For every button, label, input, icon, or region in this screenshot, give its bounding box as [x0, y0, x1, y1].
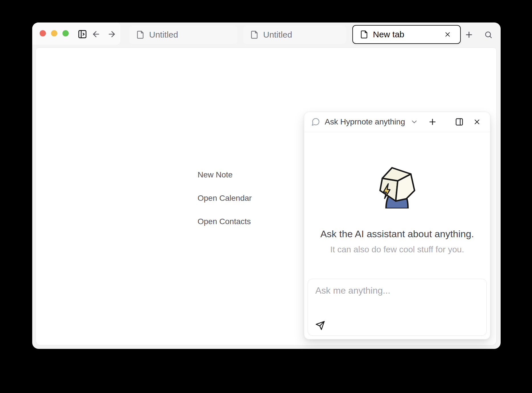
traffic-lights	[40, 30, 69, 36]
titlebar-controls-section	[32, 22, 120, 45]
file-icon	[136, 30, 145, 39]
close-icon	[444, 31, 451, 38]
zoom-window-button[interactable]	[62, 30, 69, 36]
tab-label: Untitled	[149, 30, 178, 40]
tab-untitled-2[interactable]: Untitled	[243, 26, 346, 44]
tab-label: New tab	[373, 30, 404, 39]
plus-icon	[464, 30, 474, 39]
panel-left-open-icon	[78, 29, 87, 39]
chat-bubble-icon	[311, 117, 320, 126]
file-icon	[360, 30, 368, 39]
assistant-empty-state: Ask the AI assistant about anything. It …	[304, 132, 490, 254]
app-window: Untitled Untitled New tab	[32, 22, 501, 349]
assistant-title-dropdown[interactable]: Ask Hyprnote anything	[311, 117, 418, 126]
assistant-header: Ask Hyprnote anything	[304, 112, 490, 132]
assistant-close-button[interactable]	[471, 116, 483, 128]
nav-back-button[interactable]	[90, 28, 102, 40]
arrow-right-icon	[107, 30, 116, 39]
hyprnote-mascot	[379, 166, 416, 208]
assistant-split-view-button[interactable]	[453, 116, 466, 128]
open-contacts-link[interactable]: Open Contacts	[198, 215, 252, 228]
chat-input[interactable]	[308, 279, 486, 319]
tab-label: Untitled	[263, 30, 292, 40]
close-window-button[interactable]	[40, 30, 46, 36]
nav-forward-button[interactable]	[106, 28, 117, 40]
tab-close-button[interactable]	[442, 29, 453, 40]
close-icon	[473, 118, 481, 126]
assistant-heading: Ask the AI assistant about anything.	[320, 228, 474, 240]
assistant-new-chat-button[interactable]	[426, 116, 439, 128]
tab-untitled-1[interactable]: Untitled	[129, 26, 237, 44]
send-icon	[315, 321, 325, 330]
open-calendar-link[interactable]: Open Calendar	[198, 192, 252, 204]
assistant-title: Ask Hyprnote anything	[325, 117, 405, 126]
new-tab-button[interactable]	[463, 29, 475, 40]
arrow-left-icon	[92, 30, 101, 39]
tab-new-tab-active[interactable]: New tab	[352, 25, 461, 44]
file-icon	[250, 30, 259, 39]
chevron-down-icon	[410, 118, 418, 126]
assistant-subheading: It can also do few cool stuff for you.	[330, 245, 464, 254]
plus-icon	[428, 117, 437, 126]
chat-input-box	[308, 279, 487, 336]
minimize-window-button[interactable]	[51, 30, 57, 36]
send-button[interactable]	[314, 319, 327, 332]
quick-links: New Note Open Calendar Open Contacts	[198, 169, 252, 228]
sidebar-toggle-button[interactable]	[77, 28, 88, 40]
panel-right-icon	[455, 118, 464, 126]
ai-assistant-panel: Ask Hyprnote anything	[304, 112, 490, 339]
titlebar: Untitled Untitled New tab	[32, 22, 501, 48]
search-button[interactable]	[483, 29, 494, 40]
search-icon	[484, 30, 493, 39]
new-note-link[interactable]: New Note	[198, 169, 252, 181]
